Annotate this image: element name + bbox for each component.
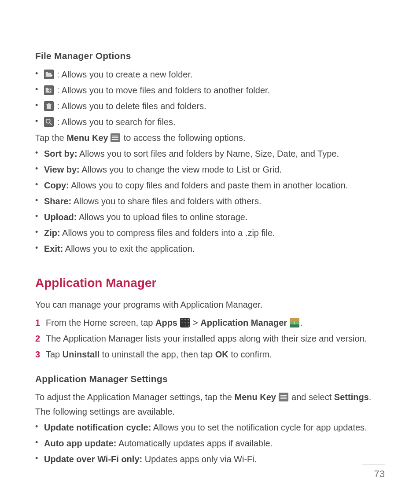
app-manager-label: Application Manager xyxy=(200,318,287,327)
option-text: Allows you to upload files to online sto… xyxy=(77,212,247,222)
list-item: Exit: Allows you to exit the application… xyxy=(35,242,385,256)
application-manager-icon xyxy=(290,318,299,327)
file-manager-icon-list: + : Allows you to create a new folder. :… xyxy=(35,67,385,129)
option-label: View by: xyxy=(44,165,80,174)
apps-icon xyxy=(180,318,190,327)
svg-rect-7 xyxy=(48,103,50,104)
option-text: Allows you to share files and folders wi… xyxy=(71,196,261,206)
app-manager-settings-list: Update notification cycle: Allows you to… xyxy=(35,420,385,467)
list-item: : Allows you to search for files. xyxy=(35,115,385,129)
svg-point-8 xyxy=(46,119,50,123)
manual-page: File Manager Options + : Allows you to c… xyxy=(0,0,420,504)
uninstall-label: Uninstall xyxy=(63,349,99,359)
text: > xyxy=(191,318,201,327)
new-folder-icon: + xyxy=(44,70,54,79)
option-label: Share: xyxy=(44,196,71,206)
setting-label: Update over Wi-Fi only: xyxy=(44,454,142,464)
search-icon xyxy=(44,117,54,127)
menu-options-list: Sort by: Allows you to sort files and fo… xyxy=(35,147,385,256)
svg-rect-6 xyxy=(47,104,52,105)
text: Tap xyxy=(46,349,63,359)
text: to access the following options. xyxy=(121,133,245,143)
list-item: + : Allows you to create a new folder. xyxy=(35,67,385,82)
item-text: : Allows you to create a new folder. xyxy=(55,70,193,79)
svg-rect-1 xyxy=(46,72,48,73)
move-icon xyxy=(44,85,54,95)
application-manager-heading: Application Manager xyxy=(35,273,385,293)
list-item: Share: Allows you to share files and fol… xyxy=(35,194,385,209)
setting-label: Auto app update: xyxy=(44,438,116,448)
item-text: : Allows you to delete files and folders… xyxy=(55,101,206,111)
text: to uninstall the app, then tap xyxy=(99,349,215,359)
app-manager-intro: You can manage your programs with Applic… xyxy=(35,298,385,312)
ok-label: OK xyxy=(215,349,228,359)
option-label: Upload: xyxy=(44,212,77,222)
text: To adjust the Application Manager settin… xyxy=(35,392,235,402)
option-text: Allows you to compress files and folders… xyxy=(60,228,275,238)
list-item: Upload: Allows you to upload files to on… xyxy=(35,210,385,224)
app-manager-settings-intro: To adjust the Application Manager settin… xyxy=(35,390,385,419)
menu-key-label: Menu Key xyxy=(235,392,276,402)
list-item: Zip: Allows you to compress files and fo… xyxy=(35,226,385,240)
setting-text: Automatically updates apps if available. xyxy=(116,438,273,448)
option-text: Allows you to copy files and folders and… xyxy=(69,180,348,190)
option-label: Zip: xyxy=(44,228,60,238)
tap-menu-line: Tap the Menu Key to access the following… xyxy=(35,131,385,145)
step-2: The Application Manager lists your insta… xyxy=(35,331,385,346)
list-item: : Allows you to delete files and folders… xyxy=(35,99,385,114)
app-manager-settings-heading: Application Manager Settings xyxy=(35,372,385,387)
delete-icon xyxy=(44,101,54,111)
step-3: Tap Uninstall to uninstall the app, then… xyxy=(35,347,385,362)
text: to confirm. xyxy=(228,349,272,359)
list-item: View by: Allows you to change the view m… xyxy=(35,162,385,177)
text: and select xyxy=(289,392,334,402)
option-text: Allows you to sort files and folders by … xyxy=(77,149,339,158)
option-text: Allows you to exit the application. xyxy=(63,244,195,254)
page-number: 73 xyxy=(362,464,385,482)
list-item: : Allows you to move files and folders t… xyxy=(35,83,385,98)
list-item: Copy: Allows you to copy files and folde… xyxy=(35,178,385,193)
menu-key-icon xyxy=(111,133,120,142)
option-text: Allows you to change the view mode to Li… xyxy=(80,165,282,174)
text: Tap the xyxy=(35,133,66,143)
svg-line-9 xyxy=(50,122,52,125)
list-item: Update over Wi-Fi only: Updates apps onl… xyxy=(35,452,385,467)
option-label: Sort by: xyxy=(44,149,77,158)
file-manager-options-heading: File Manager Options xyxy=(35,48,385,64)
menu-key-icon xyxy=(279,393,288,401)
option-label: Exit: xyxy=(44,244,63,254)
menu-key-label: Menu Key xyxy=(66,133,108,143)
text: . xyxy=(300,318,303,327)
item-text: : Allows you to move files and folders t… xyxy=(55,85,270,95)
step-1: From the Home screen, tap Apps > Applica… xyxy=(35,316,385,330)
setting-text: Updates apps only via Wi-Fi. xyxy=(142,454,257,464)
app-manager-steps: From the Home screen, tap Apps > Applica… xyxy=(35,316,385,362)
option-label: Copy: xyxy=(44,180,69,190)
svg-rect-4 xyxy=(46,88,48,89)
apps-label: Apps xyxy=(155,318,177,327)
list-item: Update notification cycle: Allows you to… xyxy=(35,420,385,435)
setting-text: Allows you to set the notification cycle… xyxy=(151,423,367,432)
list-item: Sort by: Allows you to sort files and fo… xyxy=(35,147,385,161)
svg-rect-5 xyxy=(47,105,51,109)
list-item: Auto app update: Automatically updates a… xyxy=(35,436,385,451)
settings-label: Settings xyxy=(334,392,369,402)
item-text: : Allows you to search for files. xyxy=(55,117,176,127)
svg-text:+: + xyxy=(51,74,53,78)
setting-label: Update notification cycle: xyxy=(44,423,151,432)
text: From the Home screen, tap xyxy=(46,318,155,327)
